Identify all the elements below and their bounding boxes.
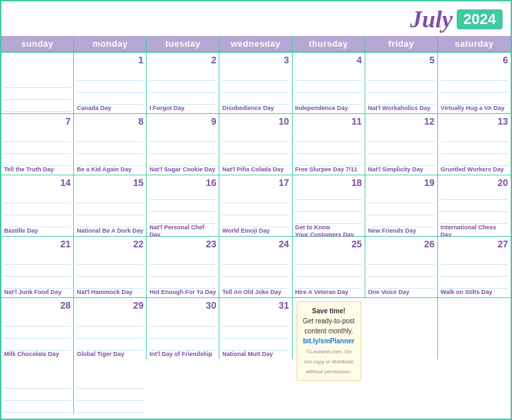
calendar-cell: Save time!Get ready-to-post content mont… xyxy=(293,298,365,359)
cell-lines xyxy=(441,65,508,105)
day-header-wed: wednesday xyxy=(219,36,292,51)
cell-date-number: 31 xyxy=(222,300,289,311)
calendar: July 2024 sunday monday tuesday wednesda… xyxy=(0,0,512,420)
calendar-cell: 12Nat'l Simplicity Day xyxy=(365,114,438,175)
cell-lines xyxy=(368,188,435,227)
day-header-mon: monday xyxy=(74,36,147,51)
cell-date-number: 12 xyxy=(368,116,435,127)
cell-lines xyxy=(295,127,362,166)
cell-event-label: Free Slurpee Day 7/11 xyxy=(295,166,362,173)
cell-event-label: Nat'l Junk Food Day xyxy=(4,289,71,296)
calendar-cell: 19New Friends Day xyxy=(365,175,438,237)
day-header-sat: saturday xyxy=(438,36,511,51)
calendar-cell: 18Get to Know Your Customers Day xyxy=(293,175,365,237)
cell-date-number: 9 xyxy=(149,116,216,127)
promo-box: Save time!Get ready-to-post content mont… xyxy=(297,301,361,381)
cell-date-number: 5 xyxy=(368,55,435,65)
calendar-cell: 8Be a Kid Again Day xyxy=(74,114,147,175)
cell-event-label: Nat'l Hammock Day xyxy=(77,289,143,296)
calendar-cell: 16Nat'l Personal Chef Day xyxy=(147,175,219,237)
cell-lines xyxy=(295,188,362,224)
cell-date-number: 2 xyxy=(149,55,216,65)
cell-date-number: 15 xyxy=(77,177,143,188)
calendar-grid: 1Canada Day2I Forgot Day3Disobedience Da… xyxy=(1,51,511,414)
calendar-header: July 2024 xyxy=(1,1,511,36)
cell-lines xyxy=(222,65,289,105)
cell-lines xyxy=(4,361,71,413)
cell-date-number: 14 xyxy=(4,177,71,188)
cell-lines xyxy=(441,127,508,166)
cell-date-number: 22 xyxy=(77,239,143,249)
cell-lines xyxy=(77,249,143,289)
cell-event-label: National Mutt Day xyxy=(222,351,289,358)
day-header-fri: friday xyxy=(365,36,438,51)
cell-date-number: 11 xyxy=(295,116,362,127)
calendar-cell: 9Nat'l Sugar Cookie Day xyxy=(147,114,219,175)
cell-date-number: 6 xyxy=(441,55,508,65)
cell-event-label: Nat'l Sugar Cookie Day xyxy=(149,166,216,173)
cell-lines xyxy=(4,55,71,112)
calendar-cell-empty xyxy=(438,298,511,359)
day-header-tue: tuesday xyxy=(147,36,219,51)
cell-lines xyxy=(149,311,216,351)
cell-event-label: Virtually Hug a VA Day xyxy=(441,105,508,112)
calendar-cell: 26One Voice Day xyxy=(365,237,438,298)
cell-lines xyxy=(4,188,71,227)
cell-date-number: 26 xyxy=(368,239,435,249)
cell-lines xyxy=(77,127,143,166)
cell-event-label: Global Tiger Day xyxy=(77,351,143,358)
calendar-cell: 4Independence Day xyxy=(293,53,365,114)
cell-event-label: Bastille Day xyxy=(4,227,71,235)
cell-date-number: 20 xyxy=(441,177,508,188)
cell-lines xyxy=(295,65,362,105)
cell-lines xyxy=(222,249,289,289)
cell-date-number: 4 xyxy=(295,55,362,65)
cell-event-label: Independence Day xyxy=(295,105,362,112)
cell-date-number: 28 xyxy=(4,300,71,311)
cell-lines xyxy=(295,249,362,289)
calendar-cell: 28Milk Chocolate Day xyxy=(1,298,74,359)
cell-lines xyxy=(4,127,71,166)
cell-date-number: 7 xyxy=(4,116,71,127)
cell-event-label: New Friends Day xyxy=(368,227,435,235)
cell-event-label: Int'l Day of Friendship xyxy=(149,351,216,358)
calendar-cell: 27Walk on Stilts Day xyxy=(438,237,511,298)
calendar-cell xyxy=(1,359,74,414)
calendar-cell: 31National Mutt Day xyxy=(219,298,292,359)
cell-event-label: Be a Kid Again Day xyxy=(77,166,143,173)
cell-event-label: World Emoji Day xyxy=(222,227,289,235)
calendar-cell: 14Bastille Day xyxy=(1,175,74,237)
calendar-cell: 1Canada Day xyxy=(74,53,147,114)
cell-lines xyxy=(222,188,289,227)
cell-date-number: 13 xyxy=(441,116,508,127)
cell-event-label: Hot Enough For Ya Day xyxy=(149,289,216,296)
cell-lines xyxy=(77,311,143,351)
cell-lines xyxy=(4,311,71,351)
month-title: July xyxy=(410,5,453,33)
calendar-cell: 6Virtually Hug a VA Day xyxy=(438,53,511,114)
cell-event-label: One Voice Day xyxy=(368,289,435,296)
cell-date-number: 8 xyxy=(77,116,143,127)
cell-event-label: I Forgot Day xyxy=(149,105,216,112)
calendar-cell: 2I Forgot Day xyxy=(147,53,219,114)
calendar-cell: 20International Chess Day xyxy=(438,175,511,237)
calendar-cell: 25Hire A Veteran Day xyxy=(293,237,365,298)
promo-link[interactable]: bit.ly/smPlanner xyxy=(303,337,355,345)
cell-lines xyxy=(441,188,508,224)
cell-lines xyxy=(77,361,144,413)
cell-event-label: National Be A Dork Day xyxy=(77,227,143,235)
cell-date-number: 3 xyxy=(222,55,289,65)
day-header-thu: thursday xyxy=(293,36,365,51)
cell-event-label: Nat'l Piña Colada Day xyxy=(222,166,289,173)
cell-event-label: Walk on Stilts Day xyxy=(441,289,508,296)
calendar-cell: 22Nat'l Hammock Day xyxy=(74,237,147,298)
cell-event-label: Disobedience Day xyxy=(222,105,289,112)
cell-event-label: Nat'l Workaholics Day xyxy=(368,105,435,112)
calendar-cell: 23Hot Enough For Ya Day xyxy=(147,237,219,298)
cell-date-number: 30 xyxy=(149,300,216,311)
cell-event-label: Tell the Truth Day xyxy=(4,166,71,173)
cell-event-label: Gruntled Workers Day xyxy=(441,166,508,173)
cell-date-number: 18 xyxy=(295,177,362,188)
cell-event-label: Nat'l Simplicity Day xyxy=(368,166,435,173)
calendar-cell: 29Global Tiger Day xyxy=(74,298,147,359)
